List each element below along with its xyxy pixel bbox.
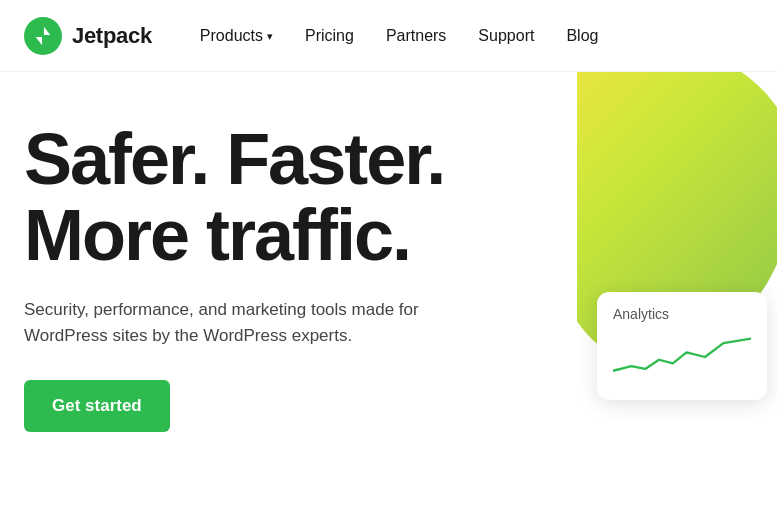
hero-title: Safer. Faster. More traffic. [24,122,484,273]
main-nav: Products ▾ Pricing Partners Support Blog [184,19,615,53]
logo-area[interactable]: Jetpack [24,17,152,55]
nav-item-blog[interactable]: Blog [550,19,614,53]
logo-icon [24,17,62,55]
svg-marker-0 [44,26,50,34]
nav-item-pricing[interactable]: Pricing [289,19,370,53]
hero-content: Safer. Faster. More traffic. Security, p… [24,122,484,492]
svg-marker-1 [36,36,42,44]
analytics-chart [613,332,751,382]
analytics-card-label: Analytics [613,306,751,322]
hero-section: Safer. Faster. More traffic. Security, p… [0,72,777,532]
get-started-button[interactable]: Get started [24,380,170,432]
nav-item-partners[interactable]: Partners [370,19,462,53]
analytics-card: Analytics [597,292,767,400]
chevron-down-icon: ▾ [267,30,273,43]
nav-item-products[interactable]: Products ▾ [184,19,289,53]
site-header: Jetpack Products ▾ Pricing Partners Supp… [0,0,777,72]
hero-right-decoration: Analytics [577,72,777,532]
logo-text: Jetpack [72,23,152,49]
nav-item-support[interactable]: Support [462,19,550,53]
hero-subtitle: Security, performance, and marketing too… [24,297,484,348]
